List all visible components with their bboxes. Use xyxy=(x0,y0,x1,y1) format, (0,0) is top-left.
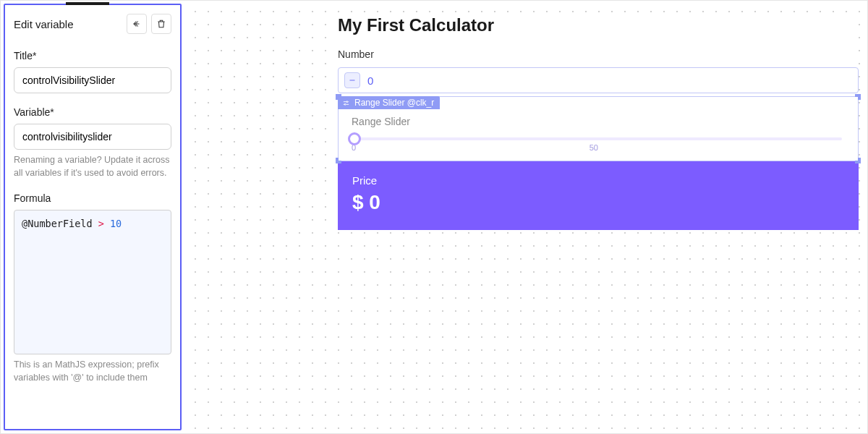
slider-thumb[interactable] xyxy=(348,132,361,145)
panel-handle[interactable] xyxy=(66,2,109,5)
title-label: Title* xyxy=(14,50,171,61)
variable-field-group: Variable* Renaming a variable? Update it… xyxy=(14,106,171,179)
slider-ticks: 0 50 100 xyxy=(352,143,845,152)
number-label: Number xyxy=(338,48,859,60)
panel-title: Edit variable xyxy=(14,18,74,30)
block-tag[interactable]: Range Slider @clk_r xyxy=(338,96,440,109)
formula-token-op: > xyxy=(98,218,104,229)
formula-help-text: This is an MathJS expression; prefix var… xyxy=(14,359,171,384)
formula-editor[interactable]: @NumberField > 10 xyxy=(14,210,171,354)
title-field-group: Title* xyxy=(14,50,171,93)
formula-field-group: Formula @NumberField > 10 This is an Mat… xyxy=(14,192,171,407)
svg-point-1 xyxy=(344,103,346,105)
variable-input[interactable] xyxy=(14,124,171,150)
block-tag-label: Range Slider @clk_r xyxy=(354,98,434,108)
panel-actions xyxy=(127,14,171,34)
app-root: Edit variable Title* Variable* Renaming … xyxy=(0,0,868,434)
variable-help-text: Renaming a variable? Update it across al… xyxy=(14,154,171,179)
variable-label: Variable* xyxy=(14,106,171,118)
formula-label: Formula xyxy=(14,192,171,204)
delete-button[interactable] xyxy=(151,14,171,34)
formula-token-num: 10 xyxy=(110,218,122,229)
sliders-icon xyxy=(342,99,350,107)
calculator-title: My First Calculator xyxy=(338,12,859,48)
price-value: $ 0 xyxy=(352,191,844,214)
svg-point-0 xyxy=(346,101,348,102)
calculator-card: My First Calculator Number 0 Range Slide… xyxy=(338,12,859,230)
canvas[interactable]: My First Calculator Number 0 Range Slide… xyxy=(184,1,867,433)
slider-label: Range Slider xyxy=(352,116,845,127)
panel-header: Edit variable xyxy=(14,14,171,34)
decrement-button[interactable] xyxy=(344,72,360,88)
slider-track[interactable] xyxy=(354,137,842,140)
slider-tick-mid: 50 xyxy=(590,143,598,152)
price-block: Price $ 0 xyxy=(338,161,859,230)
number-input-row[interactable]: 0 xyxy=(338,67,859,93)
number-value: 0 xyxy=(367,75,373,87)
minus-icon xyxy=(348,76,357,85)
formula-token-ref: @NumberField xyxy=(22,218,93,229)
price-label: Price xyxy=(352,174,844,187)
back-button[interactable] xyxy=(127,14,147,34)
range-slider-block[interactable]: Range Slider @clk_r Range Slider 0 50 10… xyxy=(338,96,859,161)
arrow-left-icon xyxy=(132,19,142,29)
trash-icon xyxy=(156,19,166,29)
title-input[interactable] xyxy=(14,67,171,93)
edit-variable-panel: Edit variable Title* Variable* Renaming … xyxy=(4,4,182,430)
